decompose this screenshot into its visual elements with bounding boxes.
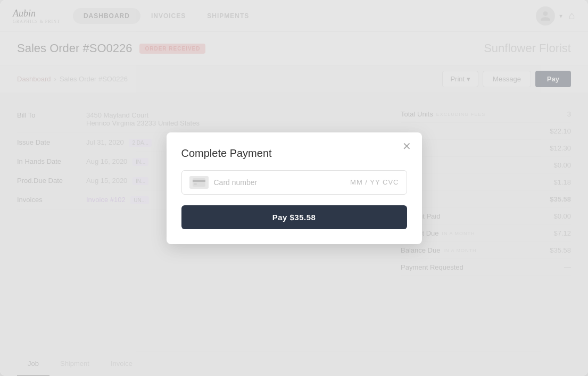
modal-overlay: Complete Payment ✕ Card number MM / YY C… [0,0,588,376]
modal-close-button[interactable]: ✕ [402,141,411,152]
card-icon [189,176,209,189]
credit-card-icon [193,178,205,187]
svg-rect-0 [193,178,205,187]
card-input-row[interactable]: Card number MM / YY CVC [181,170,407,195]
payment-modal: Complete Payment ✕ Card number MM / YY C… [167,132,422,244]
card-number-placeholder: Card number [214,178,345,187]
modal-pay-button[interactable]: Pay $35.58 [181,205,407,229]
svg-rect-2 [194,183,197,185]
modal-title: Complete Payment [181,147,407,160]
card-expiry-cvc: MM / YY CVC [350,178,399,186]
svg-rect-1 [193,180,205,182]
